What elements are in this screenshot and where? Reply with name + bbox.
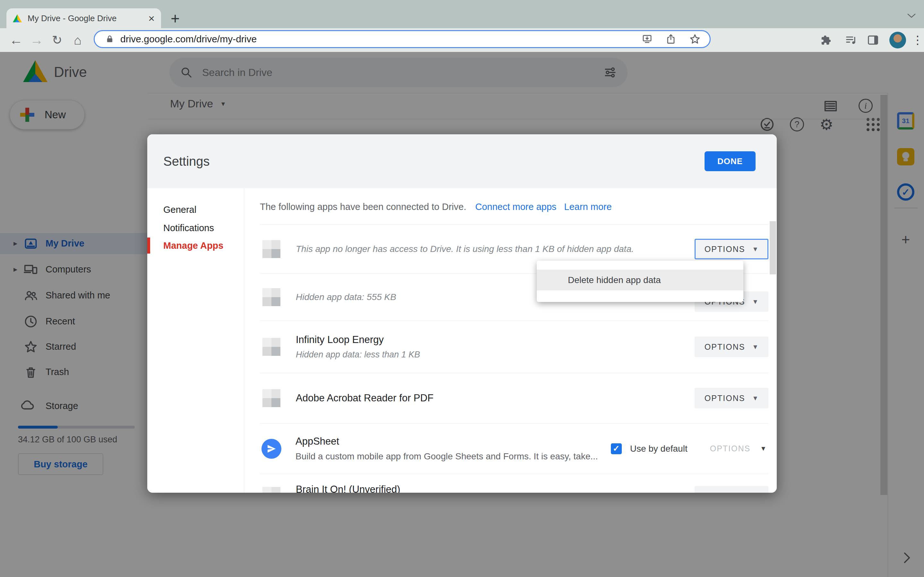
generic-app-icon — [262, 240, 280, 258]
forward-button[interactable]: → — [27, 28, 45, 52]
share-icon[interactable] — [666, 34, 676, 45]
tab-close-icon[interactable]: × — [148, 13, 155, 24]
url-text: drive.google.com/drive/my-drive — [120, 34, 642, 45]
chevron-down-icon: ▼ — [752, 298, 758, 306]
browser-tab[interactable]: My Drive - Google Drive × — [6, 8, 161, 28]
options-label: OPTIONS — [710, 444, 751, 453]
lock-icon — [105, 34, 115, 44]
avatar — [889, 32, 906, 48]
dialog-header: Settings DONE — [147, 134, 777, 188]
browser-menu-icon[interactable]: ⋮ — [912, 28, 923, 52]
menu-item-delete-hidden-app-data[interactable]: Delete hidden app data — [537, 269, 743, 290]
chevron-down-icon: ▼ — [752, 245, 758, 253]
options-button[interactable]: OPTIONS ▼ — [708, 438, 768, 459]
browser-profile-avatar[interactable] — [889, 28, 906, 52]
connected-apps-intro: The following apps have been connected t… — [260, 201, 612, 212]
settings-nav-notifications[interactable]: Notifications — [163, 222, 214, 234]
browser-tabstrip: My Drive - Google Drive × + — [0, 0, 924, 28]
options-button[interactable]: OPTIONS ▼ — [695, 486, 768, 493]
generic-app-icon — [262, 288, 280, 306]
dialog-body: General Notifications Manage Apps The fo… — [147, 188, 777, 493]
app-title: Brain It On! (Unverified) — [296, 484, 401, 493]
options-button[interactable]: OPTIONS ▼ — [695, 388, 768, 408]
extensions-icon[interactable] — [820, 28, 832, 52]
browser-toolbar: ← → ↻ ⌂ drive.google.com/drive/my-drive … — [0, 28, 924, 52]
done-button[interactable]: DONE — [704, 151, 756, 171]
generic-app-icon — [262, 338, 280, 356]
new-tab-button[interactable]: + — [171, 10, 180, 27]
home-button[interactable]: ⌂ — [69, 28, 87, 52]
app-note: This app no longer has access to Drive. … — [296, 244, 634, 254]
app-title: Adobe Acrobat Reader for PDF — [296, 392, 433, 404]
generic-app-icon — [262, 389, 280, 407]
options-label: OPTIONS — [704, 492, 745, 493]
app-row: Brain It On! (Unverified) OPTIONS ▼ — [260, 474, 768, 493]
address-bar[interactable]: drive.google.com/drive/my-drive — [94, 30, 711, 48]
back-button[interactable]: ← — [7, 28, 25, 52]
connect-more-apps-link[interactable]: Connect more apps — [475, 201, 556, 212]
app-row: Adobe Acrobat Reader for PDF OPTIONS ▼ — [260, 373, 768, 423]
appsheet-icon — [262, 439, 281, 459]
chevron-down-icon: ▼ — [760, 445, 766, 452]
settings-nav: General Notifications Manage Apps — [147, 188, 244, 493]
app-title: AppSheet — [296, 436, 598, 447]
chevron-down-icon: ▼ — [752, 343, 758, 351]
drive-favicon-icon — [13, 15, 22, 23]
options-label: OPTIONS — [704, 245, 745, 254]
settings-dialog: Settings DONE General Notifications Mana… — [147, 134, 777, 493]
options-button[interactable]: OPTIONS ▼ — [695, 239, 768, 259]
tab-title: My Drive - Google Drive — [27, 13, 145, 23]
bookmark-star-icon[interactable] — [689, 33, 701, 45]
dialog-scrollbar[interactable] — [770, 221, 776, 274]
app-description: Build a custom mobile app from Google Sh… — [296, 451, 598, 462]
app-title: Infinity Loop Energy — [296, 334, 420, 346]
manage-apps-panel: The following apps have been connected t… — [244, 188, 777, 493]
app-row: Infinity Loop Energy Hidden app data: le… — [260, 321, 768, 373]
dialog-title: Settings — [163, 154, 210, 169]
chevron-down-icon: ▼ — [752, 493, 758, 493]
screen: My Drive - Google Drive × + ← → ↻ ⌂ driv… — [0, 0, 924, 577]
app-note: Hidden app data: 555 KB — [296, 292, 396, 302]
chevron-down-icon: ▼ — [752, 395, 758, 402]
install-icon[interactable] — [642, 34, 653, 45]
options-label: OPTIONS — [704, 394, 745, 403]
options-button[interactable]: OPTIONS ▼ — [695, 337, 768, 357]
intro-text: The following apps have been connected t… — [260, 201, 466, 212]
reload-button[interactable]: ↻ — [48, 28, 66, 52]
options-label: OPTIONS — [704, 342, 745, 351]
tab-search-chevron-icon[interactable] — [907, 13, 916, 20]
generic-app-icon — [262, 487, 280, 493]
learn-more-link[interactable]: Learn more — [564, 201, 612, 212]
settings-nav-general[interactable]: General — [163, 204, 196, 215]
use-by-default-checkbox[interactable] — [611, 443, 622, 454]
use-by-default-label: Use by default — [630, 444, 688, 454]
options-menu: Delete hidden app data — [537, 261, 743, 302]
media-controls-icon[interactable] — [845, 28, 857, 52]
app-row: AppSheet Build a custom mobile app from … — [260, 423, 768, 474]
side-panel-icon[interactable] — [867, 28, 879, 52]
active-nav-indicator — [147, 237, 150, 253]
app-note: Hidden app data: less than 1 KB — [296, 350, 420, 359]
settings-nav-manage-apps[interactable]: Manage Apps — [163, 240, 223, 251]
